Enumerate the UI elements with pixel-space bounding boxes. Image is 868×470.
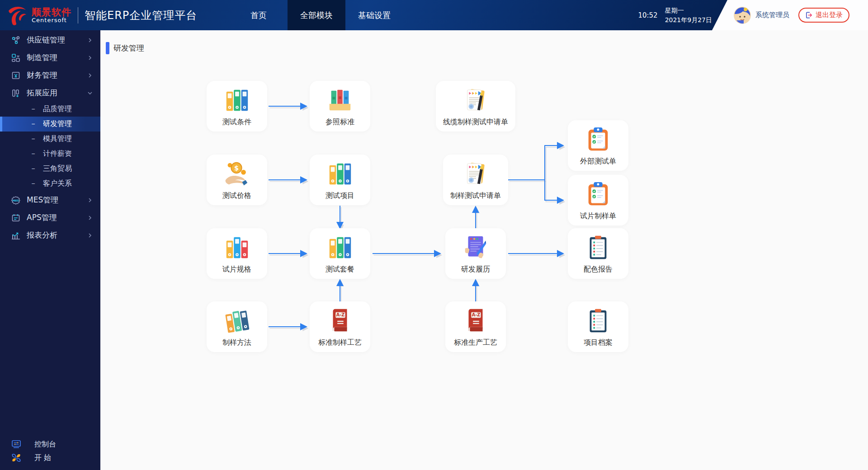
erp-app: 顺景软件 Centersoft 智能ERP企业管理平台 首页全部模块基础设置 1… <box>0 0 868 470</box>
book-red-icon: A-Z <box>462 307 490 335</box>
flow-node-制样测试申请单[interactable]: 制样测试申请单 <box>443 155 508 205</box>
start-icon <box>11 452 22 463</box>
flow-node-label: 线缆制样测试申请单 <box>443 118 508 127</box>
flow-node-标准生产工艺[interactable]: A-Z 标准生产工艺 <box>445 301 506 352</box>
flow-node-label: 参照标准 <box>326 118 354 127</box>
flow-node-配色报告[interactable]: 配色报告 <box>568 228 628 279</box>
flow-node-项目档案[interactable]: 项目档案 <box>568 301 628 352</box>
sidebar-item-供应链管理[interactable]: 供应链管理 <box>0 31 100 49</box>
sidebar-subitem-label: 客户关系 <box>43 179 72 188</box>
clipboard-orange-icon <box>584 126 612 154</box>
weekday: 星期一 <box>665 7 684 14</box>
sidebar-footer: 控制台 开 始 <box>0 437 100 465</box>
flow-node-label: 测试项目 <box>326 191 354 201</box>
brand-name: 顺景软件 <box>32 7 71 17</box>
finance-icon <box>11 70 21 80</box>
clipboard-navy-icon <box>584 234 612 262</box>
flow-node-label: 测试套餐 <box>326 265 354 274</box>
flow-node-线缆制样测试申请单[interactable]: 线缆制样测试申请单 <box>436 81 515 132</box>
flow-node-测试套餐[interactable]: 测试套餐 <box>310 228 370 279</box>
main-content: 测试条件 参照标准 线缆制样测试申请单 $ 测试价格 <box>100 30 868 470</box>
flow-node-测试价格[interactable]: $ 测试价格 <box>207 155 267 205</box>
manufacturing-icon <box>11 53 21 63</box>
aps-icon <box>11 213 21 223</box>
flow-node-label: 制样方法 <box>222 338 251 348</box>
dash: － <box>30 179 37 188</box>
brand-logo: 顺景软件 Centersoft 智能ERP企业管理平台 <box>0 5 197 26</box>
clipboard-orange-icon <box>584 180 612 208</box>
report-icon <box>11 230 21 240</box>
flow-node-label: 测试价格 <box>222 191 251 201</box>
flow-node-参照标准[interactable]: 参照标准 <box>310 81 370 132</box>
doc-purple-icon <box>462 234 490 262</box>
sidebar-subitem-研发管理[interactable]: － 研发管理 <box>0 117 100 132</box>
clock-time: 10:52 <box>638 11 657 19</box>
flow-node-外部测试单[interactable]: 外部测试单 <box>568 120 628 171</box>
top-navbar: 顺景软件 Centersoft 智能ERP企业管理平台 首页全部模块基础设置 1… <box>0 0 868 30</box>
sidebar-item-制造管理[interactable]: 制造管理 <box>0 49 100 66</box>
sidebar-subitem-三角贸易[interactable]: － 三角贸易 <box>0 161 100 176</box>
sidebar-item-label: APS管理 <box>27 212 57 223</box>
sidebar-item-label: 制造管理 <box>27 52 57 63</box>
flow-node-制样方法[interactable]: 制样方法 <box>207 301 267 352</box>
sidebar-item-拓展应用[interactable]: 拓展应用 <box>0 84 100 102</box>
flow-node-试片制样单[interactable]: 试片制样单 <box>568 175 628 226</box>
binders-a-icon <box>326 234 354 262</box>
nav-tab-全部模块[interactable]: 全部模块 <box>288 0 345 30</box>
mes-icon: MES <box>11 195 21 205</box>
sidebar-item-财务管理[interactable]: 财务管理 <box>0 66 100 84</box>
nav-tab-基础设置[interactable]: 基础设置 <box>345 0 403 30</box>
doc-pen-icon <box>462 160 490 188</box>
footer-label: 开 始 <box>34 453 51 463</box>
sidebar-subitem-label: 三角贸易 <box>43 164 72 174</box>
nav-tab-首页[interactable]: 首页 <box>230 0 288 30</box>
sidebar-item-label: 报表分析 <box>27 230 57 240</box>
footer-label: 控制台 <box>34 440 56 449</box>
dash: － <box>30 150 37 158</box>
sidebar-item-APS管理[interactable]: APS管理 <box>0 209 100 226</box>
sidebar-footer-开始[interactable]: 开 始 <box>0 451 100 465</box>
flow-node-试片规格[interactable]: 试片规格 <box>207 228 267 279</box>
avatar[interactable] <box>734 7 751 24</box>
brand-subname: Centersoft <box>32 17 71 24</box>
sidebar-subitem-计件薪资[interactable]: － 计件薪资 <box>0 146 100 161</box>
book-red-icon: A-Z <box>326 307 354 335</box>
main-nav-tabs: 首页全部模块基础设置 <box>230 0 403 30</box>
flow-node-label: 制样测试申请单 <box>450 191 501 201</box>
current-user-name: 系统管理员 <box>755 11 789 19</box>
money-hand-icon: $ <box>223 160 251 188</box>
extension-icon <box>11 88 21 98</box>
dash: － <box>30 105 37 113</box>
dash: － <box>30 135 37 143</box>
sidebar-item-label: 拓展应用 <box>27 88 57 98</box>
sidebar-footer-控制台[interactable]: 控制台 <box>0 437 100 451</box>
flow-node-测试条件[interactable]: 测试条件 <box>207 81 267 132</box>
svg-text:A-Z: A-Z <box>336 312 345 317</box>
brand-swoosh-icon <box>6 5 28 26</box>
logout-icon <box>805 11 813 19</box>
flow-node-研发履历[interactable]: 研发履历 <box>445 228 506 279</box>
flow-node-标准制样工艺[interactable]: A-Z 标准制样工艺 <box>310 301 370 352</box>
sidebar-subitem-客户关系[interactable]: － 客户关系 <box>0 176 100 191</box>
flow-node-label: 标准制样工艺 <box>318 338 362 348</box>
sidebar-subitem-label: 计件薪资 <box>43 149 72 159</box>
flow-node-测试项目[interactable]: 测试项目 <box>310 155 370 205</box>
sidebar-subitem-label: 品质管理 <box>43 104 72 114</box>
doc-pen-icon <box>462 86 490 114</box>
flow-node-label: 试片规格 <box>222 265 251 274</box>
platform-title: 智能ERP企业管理平台 <box>85 8 197 23</box>
supply-chain-icon <box>11 35 21 45</box>
dash: － <box>30 164 37 173</box>
user-area: 系统管理员 退出登录 <box>712 0 868 30</box>
sidebar-subitem-品质管理[interactable]: － 品质管理 <box>0 102 100 117</box>
sidebar-item-MES管理[interactable]: MES MES管理 <box>0 191 100 209</box>
sidebar-subitem-模具管理[interactable]: － 模具管理 <box>0 132 100 146</box>
logout-button[interactable]: 退出登录 <box>798 8 849 23</box>
flow-node-label: 外部测试单 <box>580 157 616 166</box>
sidebar-subitem-label: 模具管理 <box>43 134 72 144</box>
binders-b-icon <box>223 234 251 262</box>
brand-text: 顺景软件 Centersoft <box>32 7 71 24</box>
date-block: 星期一 2021年9月27日 <box>665 6 712 24</box>
module-flowchart: 测试条件 参照标准 线缆制样测试申请单 $ 测试价格 <box>100 30 868 470</box>
sidebar-item-报表分析[interactable]: 报表分析 <box>0 226 100 244</box>
